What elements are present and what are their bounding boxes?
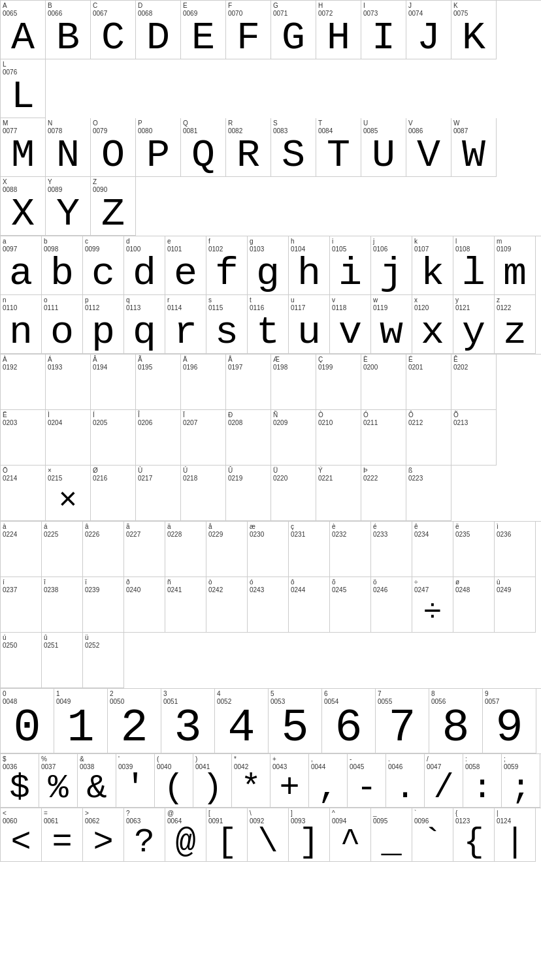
glyph-cell: O 0079O — [91, 118, 136, 177]
glyph-cell: D 0068D — [136, 1, 181, 59]
glyph-char: 5 — [270, 706, 320, 751]
glyph-cell: , 0044, — [309, 754, 348, 808]
glyph-cell: Ë 0203 — [1, 410, 46, 466]
glyph-cell: õ 0245 — [330, 577, 371, 633]
glyph-char — [250, 539, 286, 575]
glyph-row: $ 0036$% 0037%& 0038&' 0039'( 0040() 004… — [1, 754, 541, 808]
glyph-char: ÷ — [414, 594, 451, 631]
glyph-cell: g 0103g — [248, 236, 289, 295]
glyph-cell: ç 0231 — [289, 522, 330, 577]
glyph-char: × — [48, 482, 88, 519]
glyph-char: o — [44, 312, 80, 352]
glyph-cell: \ 0092\ — [248, 808, 289, 862]
glyph-char — [453, 371, 494, 408]
glyph-char: i — [332, 253, 369, 293]
app: A 0065AB 0066BC 0067CD 0068DE 0069EF 007… — [0, 0, 541, 862]
glyph-cell: ö 0246 — [371, 577, 412, 633]
glyph-cell: 0 00480 — [1, 689, 54, 753]
glyph-code: æ 0230 — [250, 523, 264, 539]
glyph-char — [408, 371, 449, 408]
glyph-cell: - 0045- — [348, 754, 386, 808]
glyph-cell: Ý 0221 — [316, 466, 361, 521]
glyph-row: 0 004801 004912 005023 005134 005245 005… — [1, 689, 541, 753]
glyph-row: M 0077MN 0078NO 0079OP 0080PQ 0081QR 008… — [1, 118, 541, 177]
glyph-cell: Î 0206 — [136, 410, 181, 466]
glyph-char — [93, 427, 133, 464]
glyph-cell: ó 0243 — [248, 577, 289, 633]
glyph-cell: Ò 0210 — [316, 410, 361, 466]
glyph-cell: L 0076L — [1, 59, 46, 118]
glyph-cell: R 0082R — [226, 118, 271, 177]
glyph-char: m — [497, 253, 533, 293]
glyph-cell: 2 00502 — [108, 689, 161, 753]
glyph-char: F — [228, 18, 269, 57]
glyph-char — [208, 594, 245, 631]
glyph-char: e — [167, 253, 204, 293]
glyph-cell: Ð 0208 — [226, 410, 271, 466]
glyph-char: C — [93, 18, 133, 57]
glyph-char: / — [427, 771, 461, 806]
glyph-cell: ì 0236 — [495, 522, 536, 577]
glyph-char — [93, 482, 133, 519]
glyph-cell: 1 00491 — [54, 689, 108, 753]
glyph-cell: Ì 0204 — [46, 410, 91, 466]
glyph-char — [126, 539, 163, 575]
glyph-cell: Å 0197 — [226, 355, 271, 410]
glyph-char: * — [234, 771, 268, 806]
glyph-cell: 8 00568 — [429, 689, 483, 753]
glyph-cell: A 0065A — [1, 1, 46, 59]
glyph-cell: z 0122z — [495, 295, 536, 354]
glyph-char — [138, 371, 178, 408]
glyph-char: k — [414, 253, 451, 293]
glyph-char: y — [455, 312, 492, 352]
glyph-char: 4 — [217, 706, 266, 751]
glyph-char: $ — [3, 771, 37, 806]
glyph-char — [497, 594, 533, 631]
glyph-char — [228, 427, 269, 464]
glyph-char: 7 — [378, 706, 427, 751]
glyph-cell: à 0224 — [1, 522, 42, 577]
glyph-char — [291, 594, 327, 631]
glyph-row: n 0110no 0111op 0112pq 0113qr 0114rs 011… — [1, 295, 541, 354]
glyph-char: : — [465, 771, 499, 806]
glyph-cell: y 0121y — [453, 295, 495, 354]
glyph-cell: j 0106j — [371, 236, 412, 295]
glyph-char: ^ — [332, 825, 369, 860]
glyph-code: Ù 0217 — [138, 467, 152, 482]
glyph-char: + — [272, 771, 306, 806]
glyph-char: I — [363, 18, 404, 57]
glyph-code: ï 0239 — [85, 578, 99, 594]
glyph-cell: I 0073I — [361, 1, 406, 59]
glyph-char — [85, 594, 122, 631]
glyph-char — [408, 427, 449, 464]
section-extended1: À 0192Á 0193Â 0194Ã 0195Ä 0196Å 0197Æ 01… — [0, 354, 541, 521]
glyph-char: r — [167, 312, 204, 352]
glyph-code: ë 0235 — [455, 523, 470, 539]
glyph-char — [3, 650, 39, 686]
glyph-cell: Ç 0199 — [316, 355, 361, 410]
glyph-char: G — [273, 18, 314, 57]
glyph-code: Ê 0202 — [453, 356, 468, 371]
glyph-char — [414, 539, 451, 575]
glyph-cell: Ä 0196 — [181, 355, 226, 410]
glyph-cell: q 0113q — [124, 295, 165, 354]
glyph-cell: Ï 0207 — [181, 410, 226, 466]
glyph-char: Y — [48, 194, 88, 234]
section-uppercase: A 0065AB 0066BC 0067CD 0068DE 0069EF 007… — [0, 0, 541, 236]
glyph-cell: ? 0063? — [124, 808, 165, 862]
glyph-char: f — [208, 253, 245, 293]
glyph-char: v — [332, 312, 369, 352]
glyph-char — [48, 371, 88, 408]
glyph-cell: H 0072H — [316, 1, 361, 59]
glyph-code: Ô 0212 — [408, 411, 423, 427]
glyph-char: ` — [414, 825, 451, 860]
glyph-char: E — [183, 18, 223, 57]
glyph-cell: ê 0234 — [412, 522, 453, 577]
glyph-code: Ò 0210 — [318, 411, 333, 427]
glyph-code: ò 0242 — [208, 578, 223, 594]
glyph-code: Á 0193 — [48, 356, 62, 371]
glyph-code: Í 0205 — [93, 411, 107, 427]
glyph-cell: h 0104h — [289, 236, 330, 295]
glyph-cell: 9 00579 — [483, 689, 536, 753]
glyph-char: l — [455, 253, 492, 293]
